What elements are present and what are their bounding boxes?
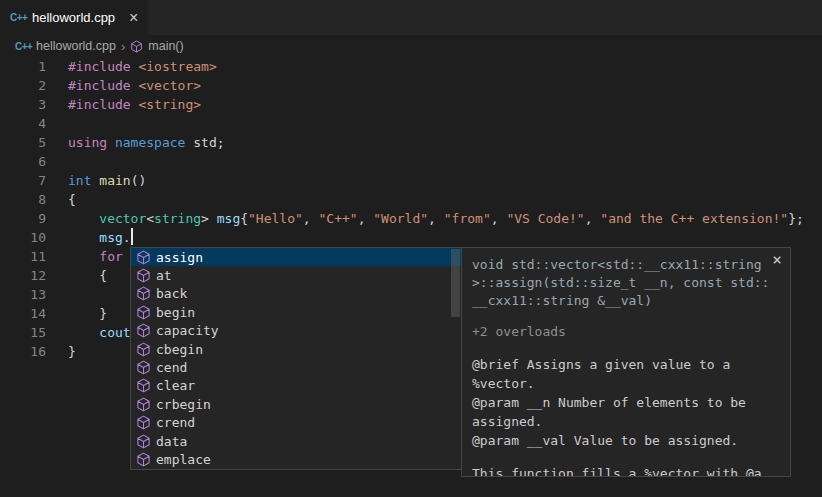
code-line[interactable]: 3#include <string>	[0, 95, 822, 114]
line-number[interactable]: 6	[0, 152, 46, 171]
cpp-file-icon: C++	[15, 41, 31, 52]
method-icon	[136, 452, 151, 467]
line-number[interactable]: 10	[0, 228, 46, 247]
code-token: ,	[585, 211, 601, 226]
method-icon	[136, 323, 151, 338]
method-icon	[136, 434, 151, 449]
code-text: int main()	[46, 171, 146, 190]
vscode-window: C++ helloworld.cpp × C++ helloworld.cpp …	[0, 0, 822, 497]
suggestion-item[interactable]: cend	[131, 358, 461, 376]
code-text: using namespace std;	[46, 133, 225, 152]
code-token: "and the C++ extension!"	[600, 211, 788, 226]
suggestion-item[interactable]: data	[131, 432, 461, 450]
tab-close-icon[interactable]: ×	[129, 10, 138, 26]
line-number[interactable]: 5	[0, 133, 46, 152]
code-text: for	[46, 247, 123, 266]
suggestion-item[interactable]: back	[131, 285, 461, 303]
suggestion-item[interactable]: assign	[131, 248, 461, 266]
line-number[interactable]: 1	[0, 57, 46, 76]
code-token: <iostream>	[138, 59, 216, 74]
code-token: }	[68, 344, 76, 359]
line-number[interactable]: 9	[0, 209, 46, 228]
breadcrumb-file[interactable]: helloworld.cpp	[36, 39, 116, 53]
tab-helloworld[interactable]: C++ helloworld.cpp ×	[0, 0, 148, 35]
code-line[interactable]: 2#include <vector>	[0, 76, 822, 95]
code-token: msg	[217, 211, 240, 226]
cpp-file-icon: C++	[10, 12, 26, 23]
docs-overloads: +2 overloads	[472, 324, 780, 339]
code-token: ,	[303, 211, 319, 226]
code-text: }	[46, 342, 76, 361]
suggestion-item[interactable]: at	[131, 266, 461, 284]
code-token: "Hello"	[248, 211, 303, 226]
code-line[interactable]: 1#include <iostream>	[0, 57, 822, 76]
line-number[interactable]: 7	[0, 171, 46, 190]
suggestion-item[interactable]: begin	[131, 303, 461, 321]
suggestion-item[interactable]: capacity	[131, 322, 461, 340]
code-token: cout	[99, 325, 130, 340]
method-icon	[136, 415, 151, 430]
code-editor[interactable]: 1#include <iostream>2#include <vector>3#…	[0, 57, 822, 361]
code-line[interactable]: 10 msg.	[0, 228, 822, 247]
line-number[interactable]: 11	[0, 247, 46, 266]
suggestion-label: capacity	[156, 323, 219, 338]
suggestion-item[interactable]: cbegin	[131, 340, 461, 358]
code-token	[68, 230, 99, 245]
method-icon	[136, 305, 151, 320]
code-text: #include <string>	[46, 95, 201, 114]
line-number[interactable]: 12	[0, 266, 46, 285]
line-number[interactable]: 16	[0, 342, 46, 361]
suggestion-label: clear	[156, 378, 195, 393]
code-line[interactable]: 4	[0, 114, 822, 133]
code-text: cout	[46, 323, 131, 342]
suggestion-label: at	[156, 268, 172, 283]
suggestion-list: assignatbackbegincapacitycbegincendclear…	[130, 247, 462, 470]
code-token	[68, 211, 99, 226]
breadcrumb-symbol[interactable]: main()	[148, 39, 183, 53]
code-token: ,	[428, 211, 444, 226]
code-line[interactable]: 7int main()	[0, 171, 822, 190]
code-token: #include	[68, 59, 131, 74]
code-token: {	[240, 211, 248, 226]
suggestion-item[interactable]: crend	[131, 414, 461, 432]
suggestion-item[interactable]: clear	[131, 377, 461, 395]
code-token: int	[68, 173, 91, 188]
code-token: <	[146, 211, 154, 226]
code-token: "VS Code!"	[506, 211, 584, 226]
code-line[interactable]: 6	[0, 152, 822, 171]
suggestion-item[interactable]: emplace	[131, 450, 461, 468]
code-token: };	[788, 211, 804, 226]
code-token: namespace	[115, 135, 185, 150]
tab-bar: C++ helloworld.cpp ×	[0, 0, 822, 35]
line-number[interactable]: 15	[0, 323, 46, 342]
code-line[interactable]: 8{	[0, 190, 822, 209]
code-text: #include <iostream>	[46, 57, 217, 76]
code-text: }	[46, 304, 107, 323]
code-token: <vector>	[138, 78, 201, 93]
line-number[interactable]: 3	[0, 95, 46, 114]
code-line[interactable]: 9 vector<string> msg{"Hello", "C++", "Wo…	[0, 209, 822, 228]
code-token	[107, 135, 115, 150]
line-number[interactable]: 14	[0, 304, 46, 323]
suggestion-label: assign	[156, 250, 203, 265]
suggestion-label: begin	[156, 305, 195, 320]
code-token: <string>	[138, 97, 201, 112]
line-number[interactable]: 8	[0, 190, 46, 209]
docs-signature: void std::vector<std::__cxx11::string >:…	[472, 256, 780, 310]
line-number[interactable]: 2	[0, 76, 46, 95]
close-icon[interactable]: ×	[772, 250, 782, 269]
line-number[interactable]: 13	[0, 285, 46, 304]
suggestion-item[interactable]: crbegin	[131, 395, 461, 413]
code-token: .	[123, 230, 131, 245]
code-text: {	[46, 190, 76, 209]
code-text: msg.	[46, 228, 133, 247]
docs-line: @brief Assigns a given value to a %vecto…	[472, 355, 780, 393]
code-token: using	[68, 135, 107, 150]
docs-body: This function fills a %vector with @a __…	[472, 464, 780, 477]
code-line[interactable]: 5using namespace std;	[0, 133, 822, 152]
code-token: "World"	[373, 211, 428, 226]
code-token: #include	[68, 97, 131, 112]
line-number[interactable]: 4	[0, 114, 46, 133]
code-token: msg	[99, 230, 122, 245]
suggest-scrollbar[interactable]	[451, 249, 460, 317]
